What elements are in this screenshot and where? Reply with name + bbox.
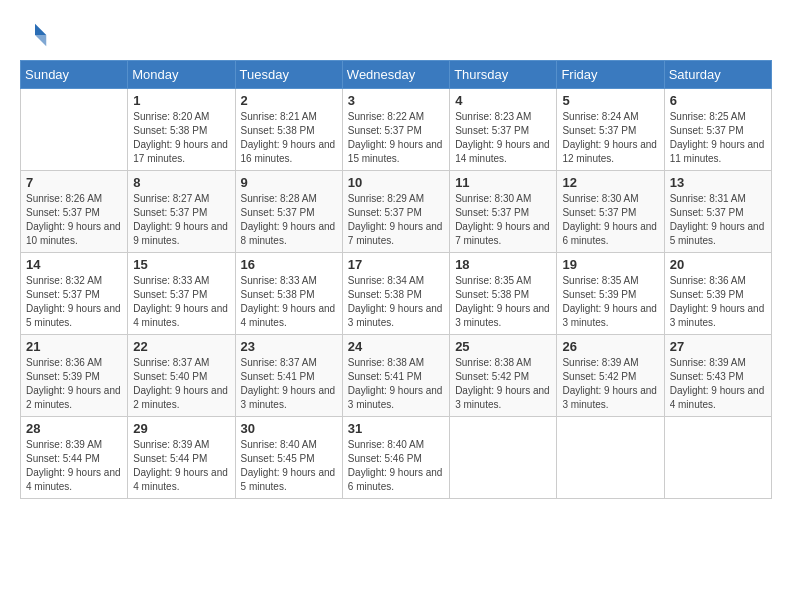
day-number: 8	[133, 175, 229, 190]
day-number: 5	[562, 93, 658, 108]
calendar-cell: 6Sunrise: 8:25 AMSunset: 5:37 PMDaylight…	[664, 89, 771, 171]
day-info: Sunrise: 8:24 AMSunset: 5:37 PMDaylight:…	[562, 110, 658, 166]
day-info: Sunrise: 8:40 AMSunset: 5:45 PMDaylight:…	[241, 438, 337, 494]
day-number: 31	[348, 421, 444, 436]
calendar-cell: 27Sunrise: 8:39 AMSunset: 5:43 PMDayligh…	[664, 335, 771, 417]
calendar-cell: 5Sunrise: 8:24 AMSunset: 5:37 PMDaylight…	[557, 89, 664, 171]
day-number: 18	[455, 257, 551, 272]
day-number: 27	[670, 339, 766, 354]
day-info: Sunrise: 8:27 AMSunset: 5:37 PMDaylight:…	[133, 192, 229, 248]
calendar-cell: 20Sunrise: 8:36 AMSunset: 5:39 PMDayligh…	[664, 253, 771, 335]
calendar-cell: 25Sunrise: 8:38 AMSunset: 5:42 PMDayligh…	[450, 335, 557, 417]
day-number: 25	[455, 339, 551, 354]
day-info: Sunrise: 8:20 AMSunset: 5:38 PMDaylight:…	[133, 110, 229, 166]
calendar-cell: 11Sunrise: 8:30 AMSunset: 5:37 PMDayligh…	[450, 171, 557, 253]
weekday-header-thursday: Thursday	[450, 61, 557, 89]
day-info: Sunrise: 8:35 AMSunset: 5:38 PMDaylight:…	[455, 274, 551, 330]
calendar-cell: 7Sunrise: 8:26 AMSunset: 5:37 PMDaylight…	[21, 171, 128, 253]
day-info: Sunrise: 8:33 AMSunset: 5:38 PMDaylight:…	[241, 274, 337, 330]
day-info: Sunrise: 8:39 AMSunset: 5:42 PMDaylight:…	[562, 356, 658, 412]
day-info: Sunrise: 8:25 AMSunset: 5:37 PMDaylight:…	[670, 110, 766, 166]
day-info: Sunrise: 8:29 AMSunset: 5:37 PMDaylight:…	[348, 192, 444, 248]
calendar-cell: 16Sunrise: 8:33 AMSunset: 5:38 PMDayligh…	[235, 253, 342, 335]
day-number: 21	[26, 339, 122, 354]
day-number: 6	[670, 93, 766, 108]
calendar-cell	[557, 417, 664, 499]
day-number: 19	[562, 257, 658, 272]
logo-icon	[20, 20, 50, 50]
weekday-header-saturday: Saturday	[664, 61, 771, 89]
calendar-cell: 17Sunrise: 8:34 AMSunset: 5:38 PMDayligh…	[342, 253, 449, 335]
day-info: Sunrise: 8:37 AMSunset: 5:41 PMDaylight:…	[241, 356, 337, 412]
calendar-week-row: 28Sunrise: 8:39 AMSunset: 5:44 PMDayligh…	[21, 417, 772, 499]
calendar: SundayMondayTuesdayWednesdayThursdayFrid…	[20, 60, 772, 499]
calendar-cell	[450, 417, 557, 499]
calendar-cell: 1Sunrise: 8:20 AMSunset: 5:38 PMDaylight…	[128, 89, 235, 171]
day-number: 17	[348, 257, 444, 272]
day-info: Sunrise: 8:36 AMSunset: 5:39 PMDaylight:…	[670, 274, 766, 330]
day-info: Sunrise: 8:31 AMSunset: 5:37 PMDaylight:…	[670, 192, 766, 248]
day-number: 22	[133, 339, 229, 354]
day-number: 30	[241, 421, 337, 436]
day-number: 14	[26, 257, 122, 272]
day-number: 4	[455, 93, 551, 108]
weekday-header-row: SundayMondayTuesdayWednesdayThursdayFrid…	[21, 61, 772, 89]
calendar-cell	[21, 89, 128, 171]
day-number: 1	[133, 93, 229, 108]
calendar-cell: 9Sunrise: 8:28 AMSunset: 5:37 PMDaylight…	[235, 171, 342, 253]
calendar-cell: 3Sunrise: 8:22 AMSunset: 5:37 PMDaylight…	[342, 89, 449, 171]
calendar-cell: 19Sunrise: 8:35 AMSunset: 5:39 PMDayligh…	[557, 253, 664, 335]
day-info: Sunrise: 8:39 AMSunset: 5:44 PMDaylight:…	[133, 438, 229, 494]
day-info: Sunrise: 8:26 AMSunset: 5:37 PMDaylight:…	[26, 192, 122, 248]
calendar-cell: 8Sunrise: 8:27 AMSunset: 5:37 PMDaylight…	[128, 171, 235, 253]
calendar-cell: 26Sunrise: 8:39 AMSunset: 5:42 PMDayligh…	[557, 335, 664, 417]
day-number: 29	[133, 421, 229, 436]
day-info: Sunrise: 8:38 AMSunset: 5:42 PMDaylight:…	[455, 356, 551, 412]
calendar-cell: 23Sunrise: 8:37 AMSunset: 5:41 PMDayligh…	[235, 335, 342, 417]
day-number: 24	[348, 339, 444, 354]
calendar-cell	[664, 417, 771, 499]
svg-marker-0	[35, 24, 46, 35]
calendar-cell: 13Sunrise: 8:31 AMSunset: 5:37 PMDayligh…	[664, 171, 771, 253]
day-number: 10	[348, 175, 444, 190]
calendar-cell: 12Sunrise: 8:30 AMSunset: 5:37 PMDayligh…	[557, 171, 664, 253]
day-number: 16	[241, 257, 337, 272]
day-info: Sunrise: 8:32 AMSunset: 5:37 PMDaylight:…	[26, 274, 122, 330]
day-info: Sunrise: 8:40 AMSunset: 5:46 PMDaylight:…	[348, 438, 444, 494]
day-number: 15	[133, 257, 229, 272]
day-info: Sunrise: 8:30 AMSunset: 5:37 PMDaylight:…	[562, 192, 658, 248]
weekday-header-monday: Monday	[128, 61, 235, 89]
day-number: 26	[562, 339, 658, 354]
calendar-cell: 14Sunrise: 8:32 AMSunset: 5:37 PMDayligh…	[21, 253, 128, 335]
calendar-cell: 15Sunrise: 8:33 AMSunset: 5:37 PMDayligh…	[128, 253, 235, 335]
day-info: Sunrise: 8:37 AMSunset: 5:40 PMDaylight:…	[133, 356, 229, 412]
day-info: Sunrise: 8:23 AMSunset: 5:37 PMDaylight:…	[455, 110, 551, 166]
calendar-cell: 2Sunrise: 8:21 AMSunset: 5:38 PMDaylight…	[235, 89, 342, 171]
day-number: 11	[455, 175, 551, 190]
day-info: Sunrise: 8:22 AMSunset: 5:37 PMDaylight:…	[348, 110, 444, 166]
calendar-cell: 22Sunrise: 8:37 AMSunset: 5:40 PMDayligh…	[128, 335, 235, 417]
header	[20, 20, 772, 50]
calendar-week-row: 21Sunrise: 8:36 AMSunset: 5:39 PMDayligh…	[21, 335, 772, 417]
day-info: Sunrise: 8:39 AMSunset: 5:44 PMDaylight:…	[26, 438, 122, 494]
calendar-week-row: 7Sunrise: 8:26 AMSunset: 5:37 PMDaylight…	[21, 171, 772, 253]
calendar-cell: 30Sunrise: 8:40 AMSunset: 5:45 PMDayligh…	[235, 417, 342, 499]
calendar-cell: 10Sunrise: 8:29 AMSunset: 5:37 PMDayligh…	[342, 171, 449, 253]
day-info: Sunrise: 8:28 AMSunset: 5:37 PMDaylight:…	[241, 192, 337, 248]
day-info: Sunrise: 8:35 AMSunset: 5:39 PMDaylight:…	[562, 274, 658, 330]
day-info: Sunrise: 8:33 AMSunset: 5:37 PMDaylight:…	[133, 274, 229, 330]
weekday-header-sunday: Sunday	[21, 61, 128, 89]
calendar-week-row: 14Sunrise: 8:32 AMSunset: 5:37 PMDayligh…	[21, 253, 772, 335]
svg-marker-1	[35, 35, 46, 46]
calendar-cell: 24Sunrise: 8:38 AMSunset: 5:41 PMDayligh…	[342, 335, 449, 417]
weekday-header-friday: Friday	[557, 61, 664, 89]
weekday-header-wednesday: Wednesday	[342, 61, 449, 89]
day-number: 23	[241, 339, 337, 354]
day-number: 2	[241, 93, 337, 108]
day-info: Sunrise: 8:39 AMSunset: 5:43 PMDaylight:…	[670, 356, 766, 412]
day-info: Sunrise: 8:30 AMSunset: 5:37 PMDaylight:…	[455, 192, 551, 248]
day-number: 7	[26, 175, 122, 190]
logo	[20, 20, 54, 50]
day-number: 12	[562, 175, 658, 190]
day-info: Sunrise: 8:21 AMSunset: 5:38 PMDaylight:…	[241, 110, 337, 166]
